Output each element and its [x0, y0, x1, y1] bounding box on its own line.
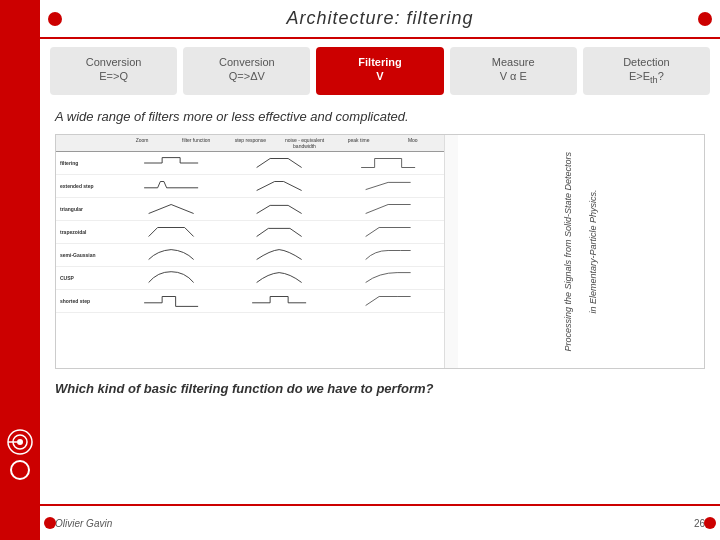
- tab-detection[interactable]: DetectionE>Eth?: [583, 47, 710, 95]
- main-content: Architecture: filtering ConversionE=>Q C…: [40, 0, 720, 540]
- footer: Olivier Gavin 26: [40, 504, 720, 540]
- tab-label-5: DetectionE>Eth?: [623, 56, 669, 82]
- page-title: Architecture: filtering: [286, 8, 473, 29]
- filter-row-semi-gaussian: semi-Gaussian: [56, 244, 444, 267]
- tab-label-4: MeasureV α E: [492, 56, 535, 82]
- document-image-area: Zoom filter function step response noise…: [55, 134, 705, 369]
- tab-conversion-eq[interactable]: ConversionE=>Q: [50, 47, 177, 95]
- tab-label-2: ConversionQ=>ΔV: [219, 56, 275, 82]
- filter-row-triangular: triangular: [56, 198, 444, 221]
- subtitle-text: A wide range of filters more or less eff…: [40, 105, 720, 130]
- tab-measure-ve[interactable]: MeasureV α E: [450, 47, 577, 95]
- tab-filtering-v[interactable]: FilteringV: [316, 47, 443, 95]
- footer-dot-left: [44, 517, 56, 529]
- tab-label-1: ConversionE=>Q: [86, 56, 142, 82]
- filter-row-cusp: CUSP: [56, 267, 444, 290]
- title-dot-left: [48, 12, 62, 26]
- footer-dot-right: [704, 517, 716, 529]
- left-accent-bar: irfu: [0, 0, 40, 540]
- svg-line-16: [365, 183, 388, 190]
- footer-author: Olivier Gavin: [55, 518, 112, 529]
- svg-line-32: [365, 297, 379, 306]
- filter-row-extended-step: extended step: [56, 175, 444, 198]
- left-bottom-dot: [10, 460, 30, 480]
- filter-row-trapezoidal: trapezoidal: [56, 221, 444, 244]
- svg-line-18: [365, 205, 388, 214]
- svg-line-20: [365, 228, 379, 237]
- tab-conversion-qdv[interactable]: ConversionQ=>ΔV: [183, 47, 310, 95]
- svg-point-2: [17, 439, 23, 445]
- tab-label-3: FilteringV: [358, 56, 401, 82]
- nav-tabs: ConversionE=>Q ConversionQ=>ΔV Filtering…: [40, 47, 720, 95]
- side-text-panel: Processing the Signals from Solid-State …: [458, 135, 704, 368]
- side-rotated-text: Processing the Signals from Solid-State …: [562, 152, 600, 352]
- filter-row-shorted-step: shorted step: [56, 290, 444, 313]
- filter-row-filtering: filtering: [56, 152, 444, 175]
- title-dot-right: [698, 12, 712, 26]
- bottom-question: Which kind of basic filtering function d…: [40, 373, 720, 400]
- title-bar: Architecture: filtering: [40, 0, 720, 39]
- filter-diagram: Zoom filter function step response noise…: [56, 135, 445, 368]
